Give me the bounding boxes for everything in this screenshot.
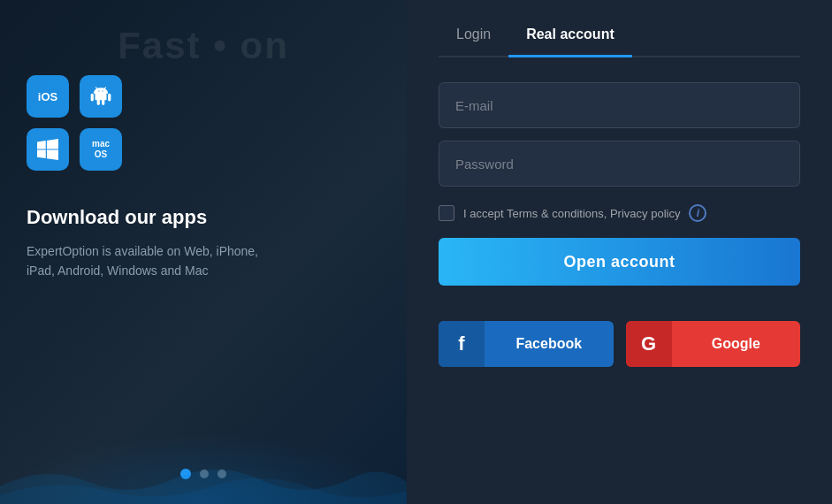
wave-decoration <box>0 451 407 504</box>
password-input[interactable] <box>439 141 800 187</box>
facebook-icon-box: f <box>439 321 485 367</box>
ios-icon[interactable]: iOS <box>27 75 69 118</box>
open-account-button[interactable]: Open account <box>439 238 800 286</box>
background-text: Fast • on <box>118 25 289 67</box>
social-buttons-row: f Facebook G Google <box>439 321 800 367</box>
platform-icons-section: iOS macOS <box>27 75 380 171</box>
tab-real-account[interactable]: Real account <box>508 18 632 57</box>
icon-row-1: iOS <box>27 75 380 118</box>
facebook-icon: f <box>458 332 464 355</box>
facebook-button[interactable]: f Facebook <box>439 321 614 367</box>
macos-icon[interactable]: macOS <box>80 128 122 171</box>
download-section: Download our apps ExpertOption is availa… <box>27 206 380 281</box>
icon-row-2: macOS <box>27 128 380 171</box>
accept-row: I accept Terms & conditions, Privacy pol… <box>439 204 800 222</box>
info-icon[interactable]: i <box>689 204 706 222</box>
email-group <box>439 82 800 128</box>
right-panel: Login Real account I accept Terms & cond… <box>407 0 832 504</box>
windows-icon[interactable] <box>27 128 69 171</box>
google-label: Google <box>672 336 801 352</box>
main-container: Fast • on iOS <box>0 0 832 504</box>
tab-login[interactable]: Login <box>439 18 508 57</box>
accept-checkbox[interactable] <box>439 205 454 221</box>
email-input[interactable] <box>439 82 800 128</box>
dot-1[interactable] <box>180 469 191 479</box>
download-desc: ExpertOption is available on Web, iPhone… <box>27 241 274 281</box>
android-icon[interactable] <box>80 75 122 118</box>
google-icon: G <box>641 332 656 355</box>
left-panel: Fast • on iOS <box>0 0 407 504</box>
dot-2[interactable] <box>200 470 209 478</box>
tab-bar: Login Real account <box>439 18 800 57</box>
password-group <box>439 141 800 187</box>
dot-3[interactable] <box>218 470 226 478</box>
download-title: Download our apps <box>27 206 380 229</box>
facebook-label: Facebook <box>485 336 614 352</box>
google-icon-box: G <box>626 321 672 367</box>
accept-label: I accept Terms & conditions, Privacy pol… <box>463 207 680 220</box>
google-button[interactable]: G Google <box>626 321 801 367</box>
carousel-dots <box>180 469 226 479</box>
